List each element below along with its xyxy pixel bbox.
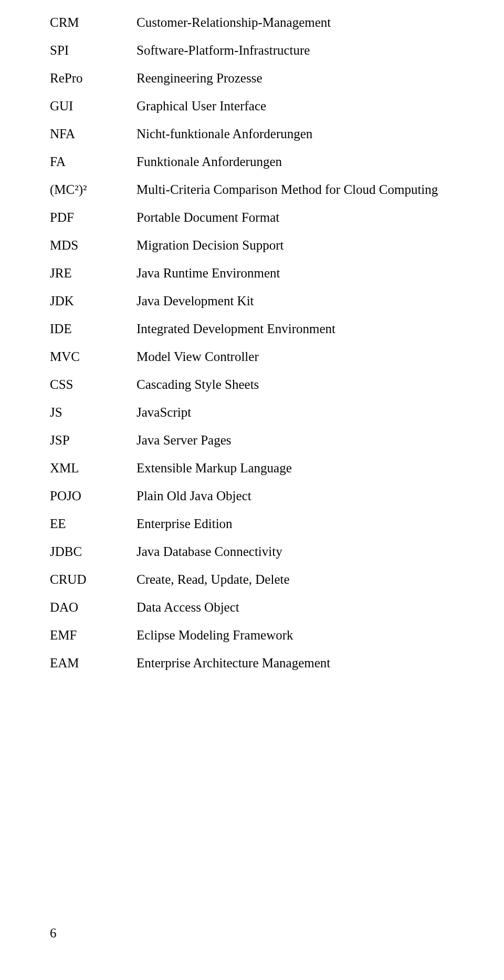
glossary-definition: Java Development Kit	[136, 294, 438, 322]
glossary-row: ReProReengineering Prozesse	[50, 71, 438, 99]
glossary-definition: Java Database Connectivity	[136, 545, 438, 573]
glossary-definition: Multi-Criteria Comparison Method for Clo…	[136, 183, 438, 211]
glossary-definition: Enterprise Architecture Management	[136, 656, 438, 684]
glossary-definition: Enterprise Edition	[136, 517, 438, 545]
glossary-abbr: JDBC	[50, 545, 136, 573]
glossary-definition: Java Server Pages	[136, 434, 438, 461]
glossary-row: JSJavaScript	[50, 406, 438, 434]
glossary-row: JDKJava Development Kit	[50, 294, 438, 322]
glossary-abbr: JSP	[50, 434, 136, 461]
glossary-row: CSSCascading Style Sheets	[50, 378, 438, 406]
glossary-definition: JavaScript	[136, 406, 438, 434]
glossary-row: GUIGraphical User Interface	[50, 99, 438, 127]
glossary-definition: Cascading Style Sheets	[136, 378, 438, 406]
glossary-row: JSPJava Server Pages	[50, 434, 438, 461]
glossary-row: IDEIntegrated Development Environment	[50, 322, 438, 350]
glossary-table: CRMCustomer-Relationship-ManagementSPISo…	[50, 16, 438, 684]
glossary-definition: Extensible Markup Language	[136, 461, 438, 489]
glossary-abbr: DAO	[50, 601, 136, 628]
glossary-row: MVCModel View Controller	[50, 350, 438, 378]
glossary-row: JREJava Runtime Environment	[50, 266, 438, 294]
glossary-row: FAFunktionale Anforderungen	[50, 155, 438, 183]
glossary-abbr: EMF	[50, 628, 136, 656]
glossary-row: EEEnterprise Edition	[50, 517, 438, 545]
glossary-row: JDBCJava Database Connectivity	[50, 545, 438, 573]
glossary-abbr: MVC	[50, 350, 136, 378]
glossary-definition: Integrated Development Environment	[136, 322, 438, 350]
glossary-definition: Graphical User Interface	[136, 99, 438, 127]
glossary-row: EAMEnterprise Architecture Management	[50, 656, 438, 684]
glossary-definition: Java Runtime Environment	[136, 266, 438, 294]
glossary-abbr: CRM	[50, 16, 136, 44]
glossary-definition: Data Access Object	[136, 601, 438, 628]
glossary-row: NFANicht-funktionale Anforderungen	[50, 127, 438, 155]
glossary-definition: Portable Document Format	[136, 211, 438, 239]
glossary-row: XMLExtensible Markup Language	[50, 461, 438, 489]
glossary-abbr: RePro	[50, 71, 136, 99]
page-number: 6	[50, 926, 57, 941]
glossary-abbr: EE	[50, 517, 136, 545]
glossary-row: POJOPlain Old Java Object	[50, 489, 438, 517]
glossary-definition: Funktionale Anforderungen	[136, 155, 438, 183]
glossary-row: EMFEclipse Modeling Framework	[50, 628, 438, 656]
glossary-abbr: PDF	[50, 211, 136, 239]
glossary-definition: Software-Platform-Infrastructure	[136, 44, 438, 71]
glossary-abbr: IDE	[50, 322, 136, 350]
glossary-abbr: FA	[50, 155, 136, 183]
glossary-row: CRMCustomer-Relationship-Management	[50, 16, 438, 44]
glossary-definition: Create, Read, Update, Delete	[136, 573, 438, 601]
glossary-abbr: JRE	[50, 266, 136, 294]
glossary-abbr: CSS	[50, 378, 136, 406]
glossary-abbr: GUI	[50, 99, 136, 127]
document-page: CRMCustomer-Relationship-ManagementSPISo…	[0, 0, 504, 980]
glossary-definition: Customer-Relationship-Management	[136, 16, 438, 44]
glossary-row: CRUDCreate, Read, Update, Delete	[50, 573, 438, 601]
glossary-abbr: NFA	[50, 127, 136, 155]
glossary-abbr: JDK	[50, 294, 136, 322]
glossary-abbr: (MC²)²	[50, 183, 136, 211]
glossary-abbr: CRUD	[50, 573, 136, 601]
glossary-abbr: SPI	[50, 44, 136, 71]
glossary-row: MDSMigration Decision Support	[50, 239, 438, 266]
glossary-abbr: JS	[50, 406, 136, 434]
glossary-definition: Plain Old Java Object	[136, 489, 438, 517]
glossary-definition: Reengineering Prozesse	[136, 71, 438, 99]
glossary-definition: Eclipse Modeling Framework	[136, 628, 438, 656]
glossary-abbr: POJO	[50, 489, 136, 517]
glossary-abbr: EAM	[50, 656, 136, 684]
glossary-definition: Model View Controller	[136, 350, 438, 378]
glossary-row: (MC²)²Multi-Criteria Comparison Method f…	[50, 183, 438, 211]
glossary-row: SPISoftware-Platform-Infrastructure	[50, 44, 438, 71]
glossary-definition: Migration Decision Support	[136, 239, 438, 266]
glossary-abbr: XML	[50, 461, 136, 489]
glossary-row: PDFPortable Document Format	[50, 211, 438, 239]
glossary-abbr: MDS	[50, 239, 136, 266]
glossary-definition: Nicht-funktionale Anforderungen	[136, 127, 438, 155]
glossary-row: DAOData Access Object	[50, 601, 438, 628]
